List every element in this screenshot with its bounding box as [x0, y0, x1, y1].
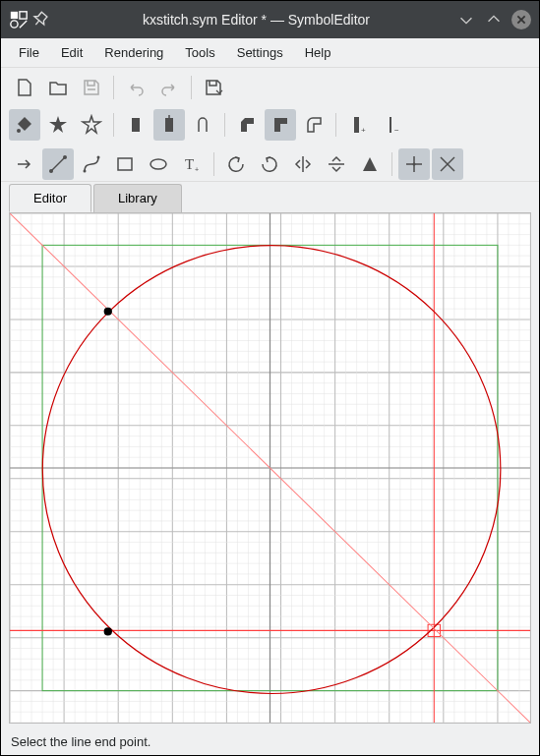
maximize-button[interactable] [484, 10, 504, 29]
menu-file[interactable]: File [9, 41, 49, 64]
cubic-to-button[interactable] [76, 148, 107, 180]
svg-rect-9 [132, 118, 140, 132]
statusbar-message: Select the line end point. [11, 734, 150, 749]
svg-point-22 [150, 159, 166, 169]
svg-marker-7 [49, 116, 67, 133]
cap-flat-button[interactable] [120, 109, 151, 141]
fill-winding-button[interactable] [42, 109, 74, 141]
separator [335, 113, 336, 137]
toolbar-render: + − [1, 105, 539, 145]
toolbar-file [1, 68, 539, 105]
menu-tools[interactable]: Tools [175, 41, 224, 64]
decrease-width-button[interactable]: − [376, 109, 407, 141]
svg-rect-0 [11, 12, 18, 19]
svg-marker-27 [363, 157, 377, 171]
svg-point-17 [49, 169, 53, 173]
join-bevel-button[interactable] [231, 109, 263, 141]
rotate-right-button[interactable] [254, 148, 285, 180]
menu-rendering[interactable]: Rendering [94, 41, 173, 64]
svg-point-2 [11, 21, 18, 28]
editor-canvas[interactable] [9, 212, 531, 724]
minimize-button[interactable] [456, 10, 476, 29]
window-controls [456, 10, 531, 29]
rectangle-button[interactable] [109, 148, 141, 180]
rotate-left-button[interactable] [220, 148, 252, 180]
undo-button[interactable] [120, 72, 151, 103]
separator [113, 76, 114, 99]
svg-rect-10 [165, 118, 173, 132]
flip-horizontal-button[interactable] [287, 148, 319, 180]
ellipse-button[interactable] [143, 148, 174, 180]
svg-text:+: + [361, 126, 366, 135]
statusbar: Select the line end point. [1, 727, 539, 755]
move-to-button[interactable] [9, 148, 40, 180]
svg-point-30 [413, 163, 416, 166]
svg-text:−: − [394, 126, 399, 135]
close-button[interactable] [511, 10, 531, 29]
cap-square-button[interactable] [153, 109, 185, 141]
menu-help[interactable]: Help [295, 41, 341, 64]
svg-marker-8 [83, 116, 100, 133]
app-window: kxstitch.sym Editor * — SymbolEditor Fil… [0, 0, 540, 756]
separator [213, 152, 214, 176]
flip-vertical-button[interactable] [321, 148, 352, 180]
save-button[interactable] [76, 72, 107, 103]
line-to-button[interactable] [42, 148, 74, 180]
svg-line-3 [20, 21, 27, 28]
snap-button[interactable] [398, 148, 430, 180]
separator [113, 113, 114, 137]
join-round-button[interactable] [298, 109, 330, 141]
guides-button[interactable] [432, 148, 463, 180]
fill-mode-button[interactable] [9, 109, 40, 141]
svg-point-6 [17, 129, 21, 133]
fill-oddeven-button[interactable] [76, 109, 107, 141]
toolbar-tools: T+ [1, 145, 539, 182]
svg-point-18 [63, 155, 67, 159]
menu-settings[interactable]: Settings [227, 41, 293, 64]
svg-rect-1 [20, 12, 27, 19]
titlebar: kxstitch.sym Editor * — SymbolEditor [1, 1, 539, 38]
separator [224, 113, 225, 137]
new-button[interactable] [9, 72, 40, 103]
character-button[interactable]: T+ [176, 148, 208, 180]
svg-rect-12 [354, 117, 359, 133]
open-button[interactable] [42, 72, 74, 103]
svg-point-139 [104, 308, 112, 316]
svg-point-20 [97, 156, 100, 159]
svg-text:+: + [195, 166, 199, 173]
separator [391, 152, 392, 176]
scale-button[interactable] [354, 148, 386, 180]
svg-rect-14 [390, 117, 391, 133]
svg-point-19 [84, 170, 87, 173]
cap-round-button[interactable] [187, 109, 218, 141]
svg-line-16 [51, 157, 65, 171]
save-symbol-button[interactable] [198, 72, 229, 103]
window-title: kxstitch.sym Editor * — SymbolEditor [56, 12, 456, 28]
increase-width-button[interactable]: + [342, 109, 374, 141]
svg-rect-21 [118, 158, 132, 170]
svg-point-140 [104, 627, 112, 635]
tab-library[interactable]: Library [93, 184, 182, 212]
redo-button[interactable] [153, 72, 185, 103]
pin-icon[interactable] [32, 10, 52, 29]
menubar: File Edit Rendering Tools Settings Help [1, 38, 539, 68]
svg-text:T: T [185, 156, 194, 172]
tab-bar: Editor Library [1, 182, 539, 212]
separator [191, 76, 192, 99]
menu-edit[interactable]: Edit [51, 41, 92, 64]
join-miter-button[interactable] [265, 109, 296, 141]
tab-editor[interactable]: Editor [9, 184, 91, 212]
app-icon [9, 10, 29, 29]
